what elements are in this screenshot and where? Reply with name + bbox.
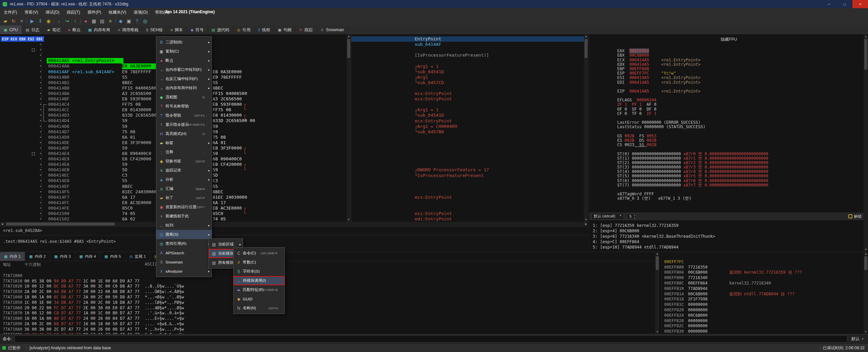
script-icon[interactable]: ≡ xyxy=(106,17,114,25)
dump-row[interactable]: 77A71010 10 00 12 00 DC D8 A7 77 3A 00 3… xyxy=(0,273,659,279)
breakpoint-dot[interactable] xyxy=(40,148,41,149)
scroll-up-icon[interactable]: ▲ xyxy=(347,34,351,39)
help-icon[interactable]: ? xyxy=(133,17,141,25)
breakpoint-dot[interactable] xyxy=(40,98,41,99)
breakpoint-dot[interactable] xyxy=(40,93,41,94)
scroll-right-icon[interactable]: ▶ xyxy=(584,222,588,226)
context-menu-item[interactable]: ▣ 复制(C) ▸ xyxy=(156,47,212,56)
stack-row[interactable]: 00EFF830 00000000 xyxy=(662,324,868,329)
breakpoint-dot[interactable] xyxy=(40,44,41,45)
register-line[interactable]: x87TagWord FFFF xyxy=(593,188,768,192)
dump-row[interactable]: 77A71020 2A 00 2C 00 A4 D8 A7 77 20 00 2… xyxy=(0,279,659,284)
context-menu-item[interactable]: ▲ 分析 ▸ xyxy=(156,175,212,184)
separator[interactable] xyxy=(114,17,117,25)
breakpoint-dot[interactable] xyxy=(40,131,41,132)
breakpoint-dot[interactable] xyxy=(40,87,41,89)
stack-row[interactable]: 00EFF828 00000000 xyxy=(662,313,868,318)
breakpoint-dot[interactable] xyxy=(40,208,41,209)
argument-line[interactable]: 1: [esp] 77216359 kernel32.77216359 xyxy=(593,223,715,228)
menu-bar-item[interactable]: 插件(P) xyxy=(84,8,105,17)
breakpoint-dot[interactable] xyxy=(40,186,41,187)
submenu-item[interactable]: # 常数(C) xyxy=(234,258,284,267)
breakpoint-dot[interactable] xyxy=(40,126,41,127)
dump-row[interactable]: 77A710A0 40 18 AA 77 50 18 AA 77 90 12 A… xyxy=(0,321,659,327)
comments-scrollbar[interactable]: ▲ ▼ xyxy=(584,34,588,222)
memory-map-icon[interactable]: ▦ xyxy=(90,17,98,25)
breakpoint-dot[interactable] xyxy=(40,213,41,214)
breakpoint-dot[interactable] xyxy=(40,169,41,170)
submenu-item[interactable]: ▰ 匹配特征(P) Ctrl+Shift+B xyxy=(234,285,284,294)
menu-bar-item[interactable]: 查看(V) xyxy=(21,8,42,17)
stack-pane[interactable]: 00EFF7FC 77216359 返回到 kernel32.77216359 … xyxy=(661,252,868,334)
scroll-down-icon[interactable]: ▼ xyxy=(864,330,868,334)
stack-row[interactable]: 00EFF808 00EFF864 xyxy=(662,270,868,275)
breakpoint-dot[interactable] xyxy=(40,120,41,121)
hide-fpu-button[interactable]: 隐藏FPU xyxy=(589,37,868,42)
scrollbar-thumb[interactable] xyxy=(656,256,659,270)
breakpoint-dot[interactable] xyxy=(40,115,41,116)
breakpoint-dot[interactable] xyxy=(40,218,41,219)
stack-row[interactable]: 00EFF80C 77AD8944 返回到 ntdll.77AD8944 自 ?… xyxy=(662,275,868,281)
stack-row[interactable]: 00EFF810 00C6B000 xyxy=(662,281,868,286)
tab-call-stack[interactable]: ≡ 调用堆栈 xyxy=(114,25,142,34)
tab-references[interactable]: ◎ 引用 xyxy=(233,25,255,34)
scroll-up-icon[interactable]: ▲ xyxy=(864,34,868,39)
command-input[interactable] xyxy=(15,335,847,343)
context-menu-item[interactable]: ◆ 流程图 G xyxy=(156,93,212,102)
separator[interactable] xyxy=(79,17,82,25)
breakpoint-dot[interactable] xyxy=(40,71,41,72)
context-menu-item[interactable]: ? 符号名称帮助 xyxy=(156,102,212,111)
tab-memory-map[interactable]: ▦ 内存布局 xyxy=(84,25,114,34)
stack-row[interactable]: 00EFF81C 00000000 xyxy=(662,297,868,302)
tab-threads[interactable]: ‖ 线程 xyxy=(255,25,274,34)
menu-bar-item[interactable]: 文件(F) xyxy=(0,8,21,17)
register-line[interactable]: EFLAGS 00000244 xyxy=(593,94,768,98)
disassembly-scrollbar[interactable]: ▲ ▼ xyxy=(347,34,351,222)
breakpoint-dot[interactable] xyxy=(40,164,41,165)
stack-row[interactable]: 00EFF7FC 77216359 返回到 kernel32.77216359 … xyxy=(662,254,868,259)
menu-bar-item[interactable]: 跟踪(T) xyxy=(63,8,84,17)
separator[interactable] xyxy=(53,17,55,25)
dump-row[interactable]: 77A710B0 40 18 AA 77 50 14 AA 77 90 14 A… xyxy=(0,327,659,332)
context-menu-item[interactable]: ▰ 标签 ▸ xyxy=(156,138,212,148)
scrollbar-thumb[interactable] xyxy=(585,39,588,58)
tab-source[interactable]: ▤ 源代码 xyxy=(208,25,233,34)
maximize-button[interactable]: □ xyxy=(837,0,852,8)
restart-icon[interactable]: ↻ xyxy=(9,17,18,25)
stack-row[interactable]: 00EFF820 00C6B000 xyxy=(662,302,868,308)
context-menu-item[interactable]: ; 注释 ; xyxy=(156,148,212,157)
stack-row[interactable]: 00EFF82C 00000000 xyxy=(662,318,868,324)
dock-tab-dump2[interactable]: ▦ 内存 2 xyxy=(25,252,50,261)
tab-symbols[interactable]: ◆ 符号 xyxy=(187,25,208,34)
search-icon[interactable]: ◎ xyxy=(141,17,149,25)
breakpoint-dot[interactable] xyxy=(40,82,41,83)
breakpoint-dot[interactable] xyxy=(40,197,41,198)
submenu-item[interactable]: N 名称(N) Ctrl+N xyxy=(234,304,284,313)
scroll-up-icon[interactable]: ▲ xyxy=(655,252,659,256)
tab-breakpoints[interactable]: ● 断点 xyxy=(64,25,85,34)
step-into-icon[interactable]: ↓ xyxy=(55,17,63,25)
argument-line[interactable]: 2: [esp+4] 00C6B000 xyxy=(593,228,715,234)
stack-row[interactable]: 00EFF804 77216340 kernel32.77216340 xyxy=(662,265,868,270)
minimize-button[interactable]: ─ xyxy=(821,0,837,8)
windows-icon[interactable]: ▣ xyxy=(125,17,133,25)
dock-tab-dump5[interactable]: ▦ 内存 5 xyxy=(100,252,125,261)
register-line[interactable]: EIP 006414A5 <re1.EntryPoint> xyxy=(593,85,768,89)
dump-scrollbar[interactable]: ▲ ▼ xyxy=(655,252,659,334)
dump-row[interactable]: 77A71060 10 00 12 00 C8 D7 A7 77 1A 00 1… xyxy=(0,300,659,306)
step-over-icon[interactable]: ↪ xyxy=(63,17,71,25)
context-menu-item[interactable]: B 二进制(B) ▸ xyxy=(156,38,212,47)
context-menu-item[interactable]: ◎ 查找引用(R) ▸ xyxy=(156,239,212,248)
registers-pane[interactable]: 隐藏FPU EAX 00EFF854 EBX 00C6B000 ECX 0064… xyxy=(589,34,868,252)
context-menu-item[interactable]: → 转到 ▸ xyxy=(156,221,212,230)
argument-count-stepper[interactable]: 5▲▼ xyxy=(627,214,637,219)
breakpoint-dot[interactable] xyxy=(40,158,41,159)
call-stack-icon[interactable]: ▤ xyxy=(98,17,106,25)
dock-tab-watch1[interactable]: ◎ 监视 1 xyxy=(125,252,150,261)
menu-bar-item[interactable]: 调试(D) xyxy=(42,8,63,17)
context-menu-item[interactable]: a 汇编 Space xyxy=(156,184,212,193)
tab-trace[interactable]: ↻ 跟踪 xyxy=(296,25,317,34)
stack-row[interactable]: 00EFF824 00000000 xyxy=(662,308,868,313)
dump-row[interactable]: 77A71070 18 00 1A 00 A0 D7 A7 77 24 00 2… xyxy=(0,306,659,311)
register-line[interactable]: GS 002B FS 0053 xyxy=(593,130,768,134)
